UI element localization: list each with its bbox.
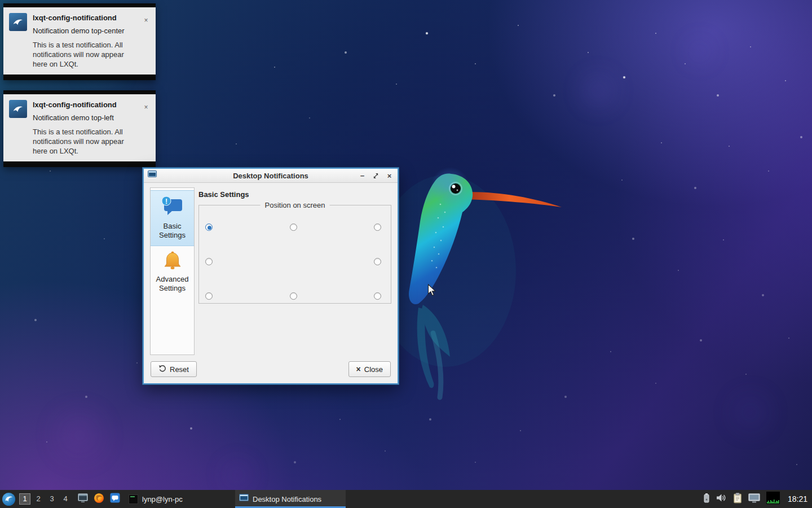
reset-button-label: Reset	[170, 365, 189, 374]
desktop: lxqt-config-notificationd Notification d…	[0, 0, 812, 508]
radio-position-top-left[interactable]	[205, 224, 213, 231]
reset-icon	[158, 365, 166, 374]
taskbar: 1 2 3 4	[0, 490, 812, 508]
groupbox-title: Position on screen	[261, 201, 330, 209]
notification-app-name: lxqt-config-notificationd	[33, 100, 150, 110]
window-app-icon	[148, 170, 157, 181]
quicklaunch-desktop-icon[interactable]	[78, 493, 88, 505]
mouse-cursor	[427, 284, 439, 296]
radio-position-middle-left[interactable]	[205, 258, 213, 265]
workspace-pager: 1 2 3 4	[18, 493, 72, 505]
radio-position-bottom-center[interactable]	[290, 292, 297, 300]
clipboard-icon[interactable]	[733, 493, 742, 506]
radio-position-bottom-left[interactable]	[205, 292, 213, 300]
clock[interactable]: 18:21	[788, 494, 807, 503]
desktop-notifications-window: Desktop Notifications − ×	[143, 168, 399, 384]
terminal-thumbnail-icon	[129, 494, 138, 504]
notification-popup-top-center[interactable]: lxqt-config-notificationd Notification d…	[3, 3, 156, 80]
hummingbird-illustration	[383, 164, 575, 406]
settings-sidebar: ! Basic Settings	[150, 187, 195, 355]
lxqt-bird-app-icon	[9, 100, 27, 118]
position-on-screen-groupbox: Position on screen	[198, 205, 391, 304]
notification-summary: Notification demo top-left	[33, 113, 130, 122]
lxqt-menu-button[interactable]	[0, 490, 17, 508]
taskbar-task-desktop-notifications[interactable]: Desktop Notifications	[235, 490, 346, 508]
sidebar-item-basic-settings[interactable]: ! Basic Settings	[151, 190, 194, 246]
radio-position-bottom-right[interactable]	[374, 292, 381, 300]
task-label: Desktop Notifications	[253, 495, 321, 503]
lxqt-menu-icon	[2, 492, 16, 506]
advanced-settings-bell-icon	[162, 251, 183, 273]
cpu-graph-icon[interactable]	[766, 492, 780, 506]
workspace-button-4[interactable]: 4	[60, 493, 71, 505]
close-button[interactable]: × Close	[348, 361, 391, 377]
notification-body: This is a test notification. All notific…	[33, 127, 130, 156]
minimize-icon[interactable]: −	[358, 172, 367, 180]
notification-close-icon[interactable]: ×	[142, 103, 150, 111]
workspace-button-3[interactable]: 3	[46, 493, 58, 505]
window-titlebar[interactable]: Desktop Notifications − ×	[144, 169, 398, 183]
close-button-x-icon: ×	[356, 365, 361, 374]
radio-position-top-center[interactable]	[290, 224, 297, 231]
radio-position-top-right[interactable]	[374, 224, 381, 231]
restore-icon[interactable]	[372, 172, 380, 180]
close-icon[interactable]: ×	[385, 172, 394, 180]
lxqt-bird-app-icon	[9, 13, 27, 31]
notification-body: This is a test notification. All notific…	[33, 40, 130, 69]
taskbar-task-terminal[interactable]: lynp@lyn-pc	[125, 490, 235, 508]
window-app-icon	[239, 494, 249, 505]
notification-summary: Notification demo top-center	[33, 26, 130, 36]
close-button-label: Close	[364, 365, 383, 374]
sidebar-item-advanced-settings[interactable]: Advanced Settings	[151, 246, 194, 299]
quicklaunch-firefox-icon[interactable]	[94, 493, 104, 506]
notification-popup-top-left[interactable]: lxqt-config-notificationd Notification d…	[3, 90, 156, 167]
notification-close-icon[interactable]: ×	[142, 16, 150, 24]
reset-button[interactable]: Reset	[151, 361, 197, 377]
notification-app-name: lxqt-config-notificationd	[33, 13, 150, 23]
system-tray: 18:21	[703, 492, 812, 506]
quicklaunch-area	[78, 493, 120, 506]
svg-text:!: !	[165, 198, 167, 205]
star-field	[0, 0, 1, 1]
display-icon[interactable]	[748, 493, 760, 505]
workspace-button-2[interactable]: 2	[33, 493, 44, 505]
basic-settings-bubble-icon: !	[161, 195, 184, 220]
task-label: lynp@lyn-pc	[142, 495, 183, 503]
page-heading: Basic Settings	[198, 190, 249, 199]
volume-icon[interactable]	[716, 493, 727, 505]
radio-position-middle-right[interactable]	[374, 258, 381, 265]
quicklaunch-chat-icon[interactable]	[110, 493, 120, 505]
workspace-button-1[interactable]: 1	[19, 493, 30, 505]
sidebar-item-label: Advanced Settings	[153, 275, 192, 293]
sidebar-item-label: Basic Settings	[153, 222, 192, 240]
battery-icon[interactable]	[703, 493, 710, 505]
